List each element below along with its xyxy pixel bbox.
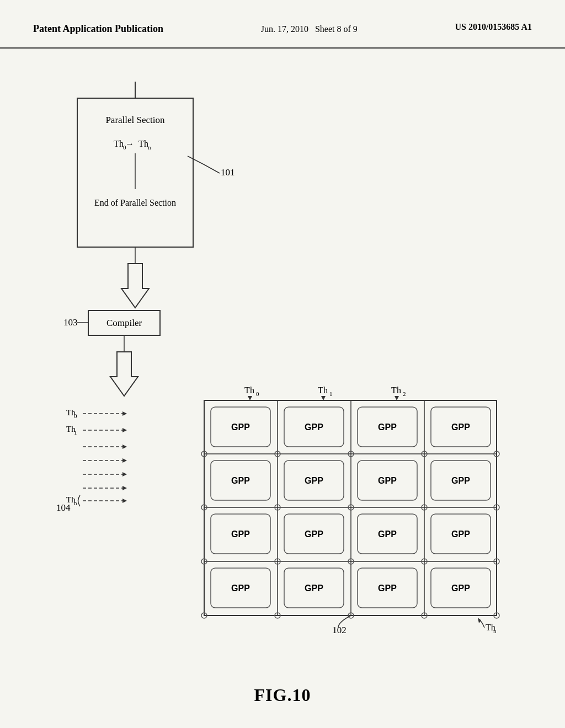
svg-marker-23 [122,499,127,503]
parallel-section-label: Parallel Section [105,115,165,125]
publication-date-sheet: Jun. 17, 2010 Sheet 8 of 9 [261,22,358,36]
gpp-r1c1: GPP [231,422,250,432]
col-th0: Th [244,386,254,395]
gpp-r3c3: GPP [378,529,397,539]
thn-label-box: Th [138,139,148,148]
compiler-text: Compiler [106,318,142,328]
gpp-r4c4: GPP [451,584,470,593]
gpp-r4c3: GPP [378,584,397,593]
page-header: Patent Application Publication Jun. 17, … [0,0,565,49]
gpp-r2c4: GPP [451,476,470,485]
svg-marker-70 [478,618,481,623]
gpp-r2c2: GPP [305,476,323,485]
gpp-r2c1: GPP [231,476,250,485]
svg-marker-26 [321,396,326,400]
gpp-r1c2: GPP [305,422,323,432]
label-103: 103 [63,317,78,328]
arrow-label: → [125,139,134,148]
svg-marker-17 [122,458,127,463]
col-th1-sub: 1 [329,390,333,397]
gpp-r3c4: GPP [451,529,470,539]
patent-number: US 2010/0153685 A1 [455,22,532,32]
gpp-r1c3: GPP [378,422,397,432]
diagram-area: Parallel Section Th 0 → Th n End of Para… [0,54,565,716]
gpp-r3c1: GPP [231,529,250,539]
gpp-r2c3: GPP [378,476,397,485]
label-102: 102 [332,625,347,635]
svg-marker-9 [110,352,138,396]
publication-title: Patent Application Publication [33,22,163,36]
svg-marker-15 [122,445,127,449]
thn-subscript-box: n [148,144,151,151]
sheet-info: Sheet 8 of 9 [315,24,358,34]
svg-marker-13 [122,428,127,432]
end-parallel-label: End of Parallel Section [94,198,176,207]
page: Patent Application Publication Jun. 17, … [0,0,565,728]
label-104: 104 [56,502,71,513]
gpp-r3c2: GPP [305,529,323,539]
thn-grid-sub: n [493,628,497,634]
gpp-r4c2: GPP [305,584,323,593]
publication-date: Jun. 17, 2010 [261,24,308,34]
svg-marker-21 [122,486,127,490]
gpp-r4c1: GPP [231,584,250,593]
label-101: 101 [221,167,235,178]
col-th2-sub: 2 [403,390,406,397]
col-th0-sub: 0 [256,390,259,397]
gpp-r1c4: GPP [451,422,470,432]
svg-marker-4 [121,264,149,308]
th0-thn-label: Th [114,139,124,148]
left-th0-sub: 0 [74,413,77,419]
left-thn-sub: n [74,500,77,506]
col-th1: Th [318,386,328,395]
main-diagram: Parallel Section Th 0 → Th n End of Para… [33,65,530,672]
svg-marker-19 [122,472,127,477]
figure-label: FIG.10 [33,685,532,705]
col-th2: Th [391,386,401,395]
left-th1-sub: 1 [74,429,77,436]
svg-marker-11 [122,411,127,416]
svg-marker-27 [395,396,399,400]
svg-marker-25 [248,396,252,400]
